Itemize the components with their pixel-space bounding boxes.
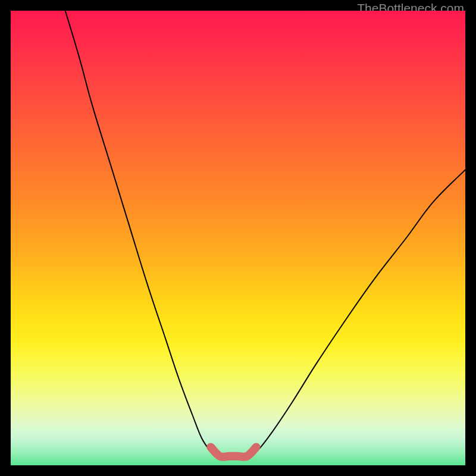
chart-overlay <box>11 11 465 465</box>
gradient-plot-area <box>11 11 465 465</box>
right-curve <box>252 170 465 456</box>
left-curve <box>65 11 215 456</box>
trough-highlight <box>211 447 256 457</box>
chart-frame: TheBottleneck.com <box>0 0 476 476</box>
